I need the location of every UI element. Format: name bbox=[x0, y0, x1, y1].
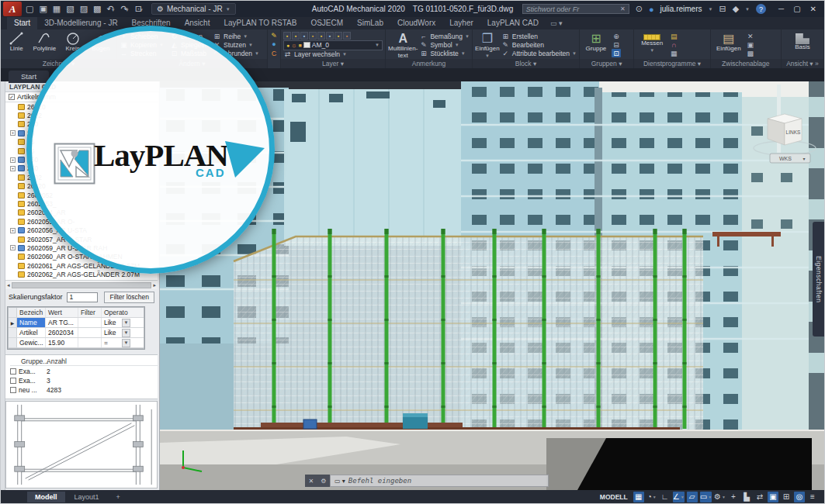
anmerkungssichtbarkeit-icon[interactable]: ▣ bbox=[768, 492, 778, 502]
panel-label-gruppen[interactable]: Gruppen ▾ bbox=[580, 59, 633, 68]
restore-button[interactable]: ▢ bbox=[793, 5, 800, 13]
layer-prev-icon[interactable]: ▪ bbox=[326, 32, 334, 40]
close-command-icon[interactable]: ✕ bbox=[309, 478, 314, 485]
cut-icon[interactable]: ✕ bbox=[746, 32, 755, 40]
block-einfuegen-button[interactable]: ❒ Einfügen ▼ bbox=[475, 31, 500, 58]
objektfang-icon[interactable]: ▭▼ bbox=[700, 492, 712, 502]
print-icon[interactable]: ▩ bbox=[93, 4, 101, 14]
ribbon-tab-simlab[interactable]: SimLab bbox=[350, 17, 390, 29]
polar-icon[interactable]: ∠▼ bbox=[673, 492, 685, 502]
scroll-left-icon[interactable]: ◂ bbox=[7, 282, 10, 288]
filter-row[interactable]: Gewic...15.90=▼ bbox=[9, 338, 144, 348]
cell-wert[interactable]: 15.90 bbox=[46, 338, 78, 347]
beschriftung-icon[interactable]: ▙ bbox=[741, 492, 752, 502]
fadenkreuz-icon[interactable]: + bbox=[728, 492, 739, 502]
messen-button[interactable]: Messen ▼ bbox=[636, 31, 667, 58]
layer-walk-icon[interactable]: ▪ bbox=[343, 32, 351, 40]
filter-row[interactable]: Artikel2602034Like▼ bbox=[9, 328, 144, 338]
calculator-icon[interactable]: ▦ bbox=[669, 49, 678, 57]
chevron-down-icon[interactable]: ▼ bbox=[722, 495, 726, 499]
cell-operator[interactable]: Like▼ bbox=[102, 328, 133, 337]
filter-loeschen-button[interactable]: Filter löschen bbox=[104, 292, 154, 303]
chevron-down-icon[interactable]: ▼ bbox=[745, 7, 750, 12]
sphere-icon[interactable]: ● bbox=[269, 40, 279, 49]
group-row[interactable]: Exa...2 bbox=[10, 367, 158, 376]
group-row[interactable]: Exa...3 bbox=[10, 376, 158, 385]
linie-button[interactable]: Linie bbox=[3, 31, 29, 58]
qnew-icon[interactable]: ▢ bbox=[26, 4, 33, 14]
ribbon-display-icon[interactable]: ▭ ▾ bbox=[550, 19, 563, 29]
paste-special-icon[interactable]: ▩ bbox=[746, 49, 755, 57]
layer-on-icon[interactable]: ▪ bbox=[292, 32, 300, 40]
recent-commands-icon[interactable]: ▭ ▾ bbox=[335, 478, 345, 485]
wechseln-icon[interactable]: ⇄ bbox=[754, 492, 765, 502]
layer-dropdown[interactable]: ● ☼ ■ AM_0 ▼ bbox=[283, 40, 383, 50]
wrench-icon[interactable]: ⚙ bbox=[321, 478, 326, 485]
panel-label-dienstprogramme[interactable]: Dienstprogramme ▾ bbox=[634, 59, 710, 68]
plot-icon[interactable]: ▨ bbox=[80, 4, 88, 14]
minimize-button[interactable]: ─ bbox=[778, 5, 784, 13]
ortho-icon[interactable]: ∟ bbox=[660, 492, 671, 502]
wks-selector[interactable]: WKS ▾ bbox=[770, 154, 810, 163]
alert-icon[interactable]: ◆ bbox=[733, 4, 739, 14]
chevron-down-icon[interactable]: ▼ bbox=[708, 495, 712, 499]
fang-icon[interactable]: ◔▼ bbox=[646, 492, 657, 502]
search-input[interactable]: Stichwort oder Fr ✕ bbox=[522, 4, 629, 14]
ungroup-icon[interactable]: ⊟ bbox=[612, 40, 621, 49]
signed-in-user[interactable]: julia.reimers bbox=[660, 5, 702, 13]
chevron-down-icon[interactable]: ▼ bbox=[122, 329, 130, 337]
tree-hscrollbar[interactable]: ◂ ▸ bbox=[5, 280, 158, 289]
gruppe-button[interactable]: ⊞ Gruppe bbox=[582, 31, 610, 58]
group-edit-icon[interactable]: ⊕ bbox=[612, 32, 621, 40]
redo-icon[interactable]: ↷▼ bbox=[121, 4, 130, 14]
checkbox-icon[interactable] bbox=[10, 368, 16, 375]
layer-iso-icon[interactable]: ▪ bbox=[335, 32, 342, 40]
layer-wechseln-button[interactable]: ⇄ Layer wechseln ▼ bbox=[283, 50, 383, 58]
workspace-selector[interactable]: ⚙ Mechanical - JR ▼ bbox=[151, 3, 236, 15]
bemassung-button[interactable]: ⌐Bemaßung ▼ bbox=[419, 32, 470, 40]
ribbon-tab-3d-modellierung-jr[interactable]: 3D-Modellierung - JR bbox=[37, 17, 124, 29]
attribute-bearbeiten-button[interactable]: ✓Attribute bearbeiten ▼ bbox=[501, 49, 577, 57]
scroll-right-icon[interactable]: ▸ bbox=[153, 282, 156, 288]
chevron-down-icon[interactable]: ▼ bbox=[125, 8, 130, 12]
expand-icon[interactable]: + bbox=[10, 228, 16, 233]
raster-icon[interactable]: ▦ bbox=[633, 492, 644, 502]
symbol-button[interactable]: ✎Symbol ▼ bbox=[419, 40, 470, 49]
ribbon-tab-start[interactable]: Start bbox=[7, 17, 37, 29]
einstellungen-icon[interactable]: ⚙▼ bbox=[714, 492, 726, 502]
saveas-icon[interactable]: ▧ bbox=[66, 4, 74, 14]
cell-filter[interactable] bbox=[78, 328, 102, 337]
ribbon-tab-osjecm[interactable]: OSJECM bbox=[303, 17, 350, 29]
app-store-icon[interactable]: ⊟ bbox=[719, 4, 726, 14]
workspace-switch-icon[interactable]: ⊡▼ bbox=[135, 4, 144, 14]
ribbon-tab-layplan-cad[interactable]: LayPLAN CAD bbox=[480, 17, 546, 29]
block-bearbeiten-button[interactable]: ✎Bearbeiten bbox=[501, 40, 577, 49]
open-icon[interactable]: ▣ bbox=[39, 4, 47, 14]
einfuegen-button[interactable]: ▤ Einfügen bbox=[713, 31, 744, 58]
cell-wert[interactable]: AR TG... bbox=[46, 318, 78, 327]
layout-tab-modell[interactable]: Modell bbox=[27, 492, 65, 502]
layer-match-icon[interactable]: ▪ bbox=[317, 32, 325, 40]
stueckliste-button[interactable]: ⊞Stückliste ▼ bbox=[419, 49, 470, 57]
checkbox-icon[interactable] bbox=[10, 378, 16, 384]
layer-lock-icon[interactable]: ▪ bbox=[309, 32, 317, 40]
quick-select-icon[interactable]: ∩ bbox=[669, 40, 678, 49]
copy-clip-icon[interactable]: ▣ bbox=[746, 40, 755, 49]
layer-state-icon[interactable]: ▪ bbox=[283, 32, 291, 40]
ausschnitt-icon[interactable]: ⊞ bbox=[781, 492, 792, 502]
group-row[interactable]: neu ...4283 bbox=[10, 385, 158, 395]
ribbon-tab-ansicht[interactable]: Ansicht bbox=[178, 17, 217, 29]
expand-icon[interactable]: + bbox=[10, 166, 16, 171]
ribbon-tab-layher[interactable]: Layher bbox=[442, 17, 480, 29]
chevron-down-icon[interactable]: ▼ bbox=[653, 495, 657, 499]
panel-label-anmerkung[interactable]: Anmerkung bbox=[386, 59, 472, 68]
checkbox-icon[interactable] bbox=[10, 387, 16, 393]
isolieren-icon[interactable]: ◎ bbox=[794, 492, 805, 502]
expand-icon[interactable]: + bbox=[10, 130, 16, 136]
polylinie-button[interactable]: Polylinie bbox=[31, 31, 57, 58]
close-button[interactable]: ✕ bbox=[810, 5, 816, 13]
chevron-down-icon[interactable]: ▼ bbox=[122, 319, 130, 327]
expand-icon[interactable]: + bbox=[10, 245, 16, 250]
chevron-down-icon[interactable]: ▼ bbox=[111, 8, 116, 12]
expand-icon[interactable]: + bbox=[10, 157, 16, 163]
